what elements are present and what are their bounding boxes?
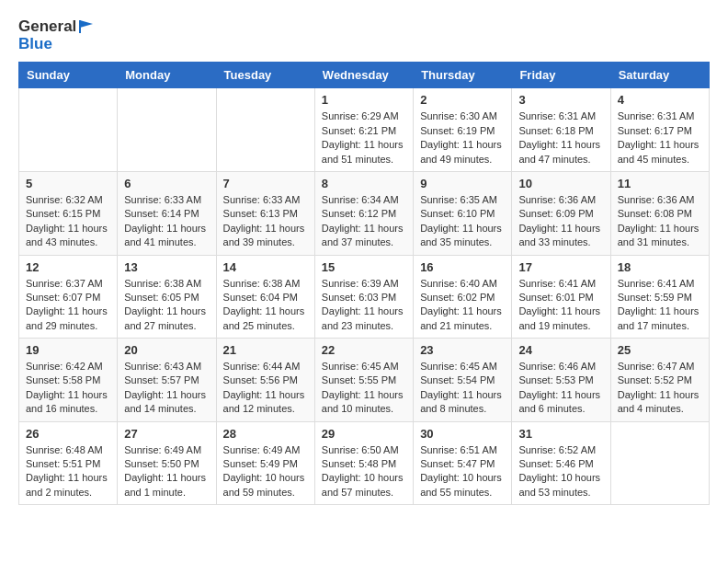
calendar-cell: 14Sunrise: 6:38 AM Sunset: 6:04 PM Dayli… [216,255,314,339]
weekday-header-saturday: Saturday [610,63,709,88]
calendar-cell: 29Sunrise: 6:50 AM Sunset: 5:48 PM Dayli… [314,421,413,505]
logo-flag-icon [78,18,95,35]
day-info: Sunrise: 6:48 AM Sunset: 5:51 PM Dayligh… [26,443,110,500]
calendar-cell: 22Sunrise: 6:45 AM Sunset: 5:55 PM Dayli… [314,339,413,422]
day-info: Sunrise: 6:30 AM Sunset: 6:19 PM Dayligh… [420,109,505,167]
weekday-header-monday: Monday [118,63,216,88]
page-header: General Blue [18,18,710,52]
day-number: 8 [322,177,406,190]
day-number: 13 [124,260,209,274]
calendar-cell: 13Sunrise: 6:38 AM Sunset: 6:05 PM Dayli… [118,255,216,339]
day-info: Sunrise: 6:31 AM Sunset: 6:18 PM Dayligh… [518,109,603,167]
calendar-cell: 2Sunrise: 6:30 AM Sunset: 6:19 PM Daylig… [414,88,512,172]
calendar-cell: 4Sunrise: 6:31 AM Sunset: 6:17 PM Daylig… [610,88,709,172]
logo-general-text: General [18,18,76,36]
day-info: Sunrise: 6:33 AM Sunset: 6:13 PM Dayligh… [223,193,308,250]
week-row-5: 26Sunrise: 6:48 AM Sunset: 5:51 PM Dayli… [19,421,710,505]
day-number: 5 [26,177,110,190]
calendar-cell: 6Sunrise: 6:33 AM Sunset: 6:14 PM Daylig… [118,171,216,255]
calendar-cell: 3Sunrise: 6:31 AM Sunset: 6:18 PM Daylig… [512,88,610,172]
week-row-4: 19Sunrise: 6:42 AM Sunset: 5:58 PM Dayli… [19,339,710,422]
calendar-cell: 17Sunrise: 6:41 AM Sunset: 6:01 PM Dayli… [512,255,610,339]
calendar-cell [610,421,709,505]
day-info: Sunrise: 6:33 AM Sunset: 6:14 PM Dayligh… [124,193,209,250]
day-info: Sunrise: 6:34 AM Sunset: 6:12 PM Dayligh… [322,193,406,250]
day-number: 26 [26,427,110,441]
week-row-1: 1Sunrise: 6:29 AM Sunset: 6:21 PM Daylig… [19,88,710,172]
logo-blue-text: Blue [18,36,52,53]
day-number: 31 [518,427,603,441]
day-number: 6 [124,177,209,190]
day-number: 2 [420,93,505,107]
weekday-header-sunday: Sunday [19,63,118,88]
day-number: 12 [26,260,110,274]
calendar-cell: 24Sunrise: 6:46 AM Sunset: 5:53 PM Dayli… [512,339,610,422]
day-info: Sunrise: 6:43 AM Sunset: 5:57 PM Dayligh… [124,360,209,417]
calendar-cell: 21Sunrise: 6:44 AM Sunset: 5:56 PM Dayli… [216,339,314,422]
day-number: 29 [322,427,406,441]
day-info: Sunrise: 6:36 AM Sunset: 6:09 PM Dayligh… [518,193,603,250]
calendar-cell: 15Sunrise: 6:39 AM Sunset: 6:03 PM Dayli… [314,255,413,339]
weekday-header-tuesday: Tuesday [216,63,314,88]
day-info: Sunrise: 6:36 AM Sunset: 6:08 PM Dayligh… [618,193,702,250]
week-row-2: 5Sunrise: 6:32 AM Sunset: 6:15 PM Daylig… [19,171,710,255]
calendar-cell: 11Sunrise: 6:36 AM Sunset: 6:08 PM Dayli… [610,171,709,255]
day-number: 4 [618,93,702,107]
calendar-cell [19,88,118,172]
calendar-cell [118,88,216,172]
day-number: 22 [322,343,406,357]
day-number: 7 [223,177,308,190]
day-number: 17 [518,260,603,274]
day-info: Sunrise: 6:29 AM Sunset: 6:21 PM Dayligh… [322,109,406,167]
calendar-cell: 25Sunrise: 6:47 AM Sunset: 5:52 PM Dayli… [610,339,709,422]
calendar-cell: 5Sunrise: 6:32 AM Sunset: 6:15 PM Daylig… [19,171,118,255]
calendar-cell: 16Sunrise: 6:40 AM Sunset: 6:02 PM Dayli… [414,255,512,339]
day-number: 1 [322,93,406,107]
day-number: 25 [618,343,702,357]
day-number: 15 [322,260,406,274]
day-info: Sunrise: 6:52 AM Sunset: 5:46 PM Dayligh… [518,443,603,500]
day-info: Sunrise: 6:35 AM Sunset: 6:10 PM Dayligh… [420,193,505,250]
day-number: 21 [223,343,308,357]
day-info: Sunrise: 6:45 AM Sunset: 5:55 PM Dayligh… [322,360,406,417]
day-info: Sunrise: 6:42 AM Sunset: 5:58 PM Dayligh… [26,360,110,417]
calendar-cell: 28Sunrise: 6:49 AM Sunset: 5:49 PM Dayli… [216,421,314,505]
day-number: 20 [124,343,209,357]
weekday-header-friday: Friday [512,63,610,88]
svg-rect-1 [79,20,81,33]
day-number: 18 [618,260,702,274]
day-number: 10 [518,177,603,190]
calendar-cell: 30Sunrise: 6:51 AM Sunset: 5:47 PM Dayli… [414,421,512,505]
calendar-cell [216,88,314,172]
calendar-cell: 9Sunrise: 6:35 AM Sunset: 6:10 PM Daylig… [414,171,512,255]
day-number: 3 [518,93,603,107]
day-number: 11 [618,177,702,190]
calendar-table: SundayMondayTuesdayWednesdayThursdayFrid… [18,62,710,505]
day-number: 28 [223,427,308,441]
day-info: Sunrise: 6:49 AM Sunset: 5:49 PM Dayligh… [223,443,308,500]
week-row-3: 12Sunrise: 6:37 AM Sunset: 6:07 PM Dayli… [19,255,710,339]
day-info: Sunrise: 6:32 AM Sunset: 6:15 PM Dayligh… [26,193,110,250]
day-info: Sunrise: 6:49 AM Sunset: 5:50 PM Dayligh… [124,443,209,500]
calendar-cell: 1Sunrise: 6:29 AM Sunset: 6:21 PM Daylig… [314,88,413,172]
day-number: 14 [223,260,308,274]
day-info: Sunrise: 6:50 AM Sunset: 5:48 PM Dayligh… [322,443,406,500]
day-info: Sunrise: 6:44 AM Sunset: 5:56 PM Dayligh… [223,360,308,417]
logo: General Blue [18,18,95,52]
day-number: 23 [420,343,505,357]
calendar-cell: 10Sunrise: 6:36 AM Sunset: 6:09 PM Dayli… [512,171,610,255]
day-number: 30 [420,427,505,441]
weekday-header-thursday: Thursday [414,63,512,88]
calendar-cell: 23Sunrise: 6:45 AM Sunset: 5:54 PM Dayli… [414,339,512,422]
day-info: Sunrise: 6:38 AM Sunset: 6:05 PM Dayligh… [124,277,209,334]
day-number: 24 [518,343,603,357]
weekday-header-wednesday: Wednesday [314,63,413,88]
day-info: Sunrise: 6:45 AM Sunset: 5:54 PM Dayligh… [420,360,505,417]
calendar-cell: 20Sunrise: 6:43 AM Sunset: 5:57 PM Dayli… [118,339,216,422]
weekday-header-row: SundayMondayTuesdayWednesdayThursdayFrid… [19,63,710,88]
day-info: Sunrise: 6:41 AM Sunset: 5:59 PM Dayligh… [618,277,702,334]
calendar-cell: 19Sunrise: 6:42 AM Sunset: 5:58 PM Dayli… [19,339,118,422]
calendar-cell: 12Sunrise: 6:37 AM Sunset: 6:07 PM Dayli… [19,255,118,339]
day-info: Sunrise: 6:47 AM Sunset: 5:52 PM Dayligh… [618,360,702,417]
day-info: Sunrise: 6:51 AM Sunset: 5:47 PM Dayligh… [420,443,505,500]
